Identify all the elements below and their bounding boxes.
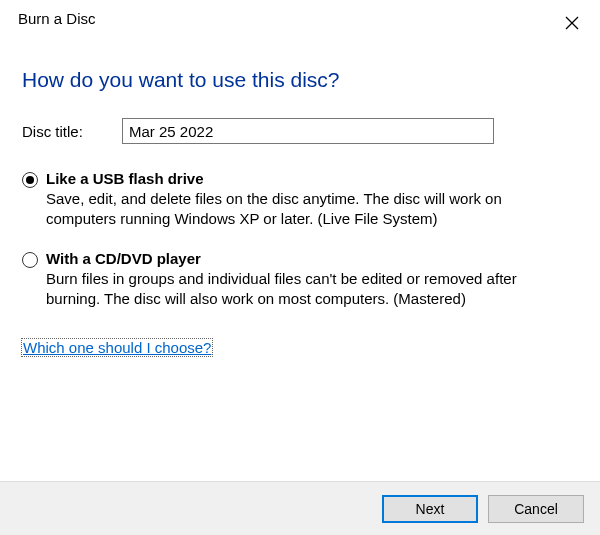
cancel-button[interactable]: Cancel	[488, 495, 584, 523]
option-cd-dvd-player[interactable]: With a CD/DVD player Burn files in group…	[22, 250, 578, 310]
next-button[interactable]: Next	[382, 495, 478, 523]
disc-title-row: Disc title:	[22, 118, 578, 144]
radio-usb[interactable]	[22, 172, 38, 188]
option-title: Like a USB flash drive	[46, 170, 572, 187]
option-description: Burn files in groups and individual file…	[46, 269, 572, 310]
option-title: With a CD/DVD player	[46, 250, 572, 267]
disc-title-input[interactable]	[122, 118, 494, 144]
titlebar: Burn a Disc	[0, 0, 600, 38]
close-icon	[565, 16, 579, 33]
close-button[interactable]	[558, 10, 586, 38]
option-description: Save, edit, and delete files on the disc…	[46, 189, 572, 230]
window-title: Burn a Disc	[18, 10, 96, 27]
page-heading: How do you want to use this disc?	[22, 68, 578, 92]
radio-cddvd[interactable]	[22, 252, 38, 268]
help-link[interactable]: Which one should I choose?	[22, 339, 212, 356]
dialog-footer: Next Cancel	[0, 481, 600, 535]
option-usb-flash-drive[interactable]: Like a USB flash drive Save, edit, and d…	[22, 170, 578, 230]
dialog-content: How do you want to use this disc? Disc t…	[0, 38, 600, 356]
disc-title-label: Disc title:	[22, 123, 122, 140]
